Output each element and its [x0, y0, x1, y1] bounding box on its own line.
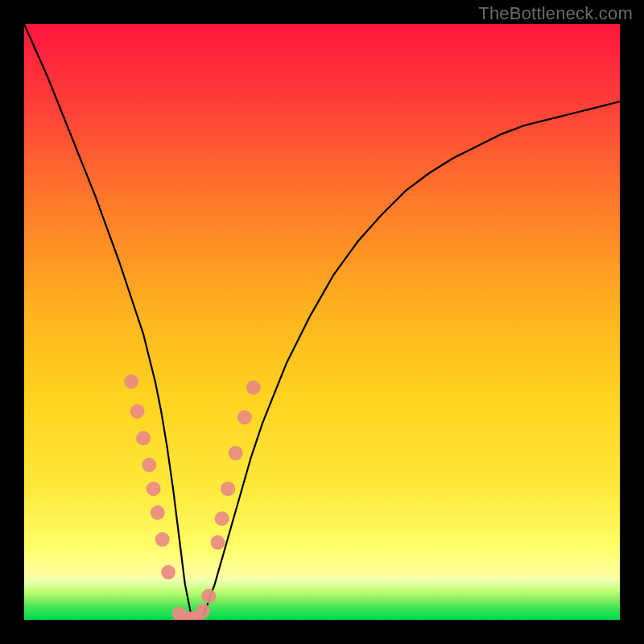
chart-plot [24, 24, 620, 620]
gradient-background [24, 24, 620, 620]
marker-dot [161, 565, 175, 580]
marker-dot [221, 481, 235, 496]
marker-dot [211, 535, 225, 550]
watermark-text: TheBottleneck.com [478, 3, 633, 24]
marker-dot [151, 506, 165, 520]
marker-dot [142, 458, 156, 473]
marker-dot [136, 431, 151, 445]
marker-dot [229, 446, 243, 460]
marker-dot [215, 511, 229, 526]
marker-dot [155, 532, 170, 547]
marker-dot [246, 380, 261, 394]
marker-dot [201, 588, 216, 603]
marker-dot [196, 604, 210, 618]
marker-dot [124, 374, 138, 389]
chart-frame: TheBottleneck.com [0, 0, 644, 644]
marker-dot [237, 410, 252, 424]
marker-dot [147, 481, 161, 496]
marker-dot [130, 404, 145, 419]
